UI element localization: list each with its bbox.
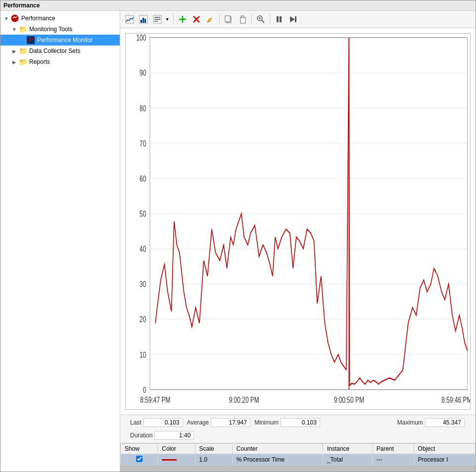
paste-button[interactable] (236, 13, 249, 26)
separator-2 (219, 14, 220, 25)
col-parent: Parent (372, 444, 414, 454)
color-line (162, 459, 190, 461)
zoom-button[interactable] (254, 13, 267, 26)
svg-rect-18 (240, 17, 245, 23)
scrollbar[interactable] (120, 466, 476, 472)
title-bar: Performance (0, 0, 476, 11)
svg-point-0 (11, 15, 18, 22)
sidebar-item-performance[interactable]: ▼ Performance (0, 13, 120, 24)
svg-rect-25 (280, 16, 282, 22)
svg-text:9:00:20 PM: 9:00:20 PM (229, 395, 259, 405)
minimum-stat: Minimum 0.103 (254, 418, 320, 427)
table-row[interactable]: 1.0 % Processor Time _Total --- Processo… (121, 454, 476, 466)
svg-text:0: 0 (143, 384, 146, 394)
view-histogram-button[interactable] (137, 13, 150, 26)
sidebar-item-reports[interactable]: ▶ 📁 Reports (0, 56, 120, 67)
pause-button[interactable] (273, 13, 286, 26)
expand-icon-dc: ▶ (10, 48, 18, 54)
svg-text:50: 50 (140, 209, 146, 219)
expand-icon-reports: ▶ (10, 59, 18, 65)
svg-text:80: 80 (140, 103, 146, 113)
right-panel: ▼ (120, 11, 476, 472)
col-instance: Instance (323, 444, 372, 454)
separator-4 (270, 14, 270, 25)
col-object: Object (414, 444, 475, 454)
maximum-stat: Maximum 45.347 (397, 418, 465, 427)
svg-text:8:59:46 PM: 8:59:46 PM (441, 395, 470, 405)
last-stat: Last 0.103 (130, 418, 183, 427)
sidebar-item-data-collector[interactable]: ▶ 📁 Data Collector Sets (0, 46, 120, 56)
sidebar-item-perf-monitor[interactable]: Performance Monitor (0, 35, 120, 46)
view-report-button[interactable] (151, 13, 164, 26)
average-value: 17.947 (211, 418, 250, 427)
svg-text:70: 70 (140, 138, 146, 148)
main-window: Performance ▼ Performance ▼ 📁 Monitoring (0, 0, 476, 472)
separator-3 (251, 14, 252, 25)
toolbar: ▼ (120, 11, 476, 28)
duration-stat: Duration 1:40 (130, 431, 194, 440)
svg-text:100: 100 (136, 34, 146, 43)
maximum-label: Maximum (397, 419, 423, 426)
performance-icon (10, 14, 19, 23)
svg-text:8:59:47 PM: 8:59:47 PM (140, 395, 170, 405)
svg-rect-24 (277, 16, 279, 22)
folder-icon-reports: 📁 (18, 57, 27, 66)
expand-icon: ▼ (2, 16, 10, 21)
view-report-dropdown[interactable]: ▼ (151, 13, 171, 26)
sidebar-item-reports-label: Reports (29, 58, 50, 65)
row-show[interactable] (121, 454, 158, 466)
col-counter: Counter (232, 444, 323, 454)
view-graph-button[interactable] (123, 13, 136, 26)
perfmon-icon (26, 36, 35, 45)
svg-rect-19 (241, 16, 244, 18)
row-object: Processor I (414, 454, 475, 466)
col-scale: Scale (195, 444, 232, 454)
next-button[interactable] (286, 13, 299, 26)
last-label: Last (130, 419, 142, 426)
chart-wrapper: 100 90 80 70 60 50 40 30 20 10 0 8:59:47… (125, 33, 471, 410)
duration-label: Duration (130, 432, 152, 439)
average-label: Average (187, 419, 209, 426)
window-title: Performance (3, 2, 40, 9)
stats-bar: Last 0.103 Average 17.947 Minimum 0.103 … (120, 415, 476, 443)
svg-text:20: 20 (140, 314, 146, 324)
svg-text:10: 10 (140, 349, 146, 359)
svg-text:90: 90 (140, 68, 146, 78)
sidebar-item-performance-label: Performance (21, 15, 55, 22)
svg-text:9:00:50 PM: 9:00:50 PM (334, 395, 364, 405)
view-dropdown-arrow[interactable]: ▼ (164, 13, 171, 26)
sidebar-item-dc-label: Data Collector Sets (29, 47, 80, 54)
row-instance: _Total (323, 454, 372, 466)
svg-marker-26 (290, 16, 295, 22)
folder-icon-dc: 📁 (18, 47, 27, 55)
performance-chart: 100 90 80 70 60 50 40 30 20 10 0 8:59:47… (126, 34, 470, 409)
color-swatch (162, 459, 177, 461)
chart-container: 100 90 80 70 60 50 40 30 20 10 0 8:59:47… (120, 28, 476, 415)
counter-table-container: Show Color Scale Counter Instance Parent… (120, 443, 476, 472)
highlight-button[interactable] (204, 13, 217, 26)
row-counter: % Processor Time (232, 454, 323, 466)
show-checkbox[interactable] (136, 456, 143, 462)
sidebar-item-monitoring-label: Monitoring Tools (29, 26, 72, 33)
col-color: Color (158, 444, 195, 454)
average-stat: Average 17.947 (187, 418, 250, 427)
counter-table: Show Color Scale Counter Instance Parent… (120, 443, 476, 466)
svg-rect-4 (141, 20, 142, 23)
maximum-value: 45.347 (425, 418, 465, 427)
row-color (158, 454, 195, 466)
folder-icon-monitoring: 📁 (18, 25, 27, 34)
copy-button[interactable] (222, 13, 235, 26)
svg-rect-27 (295, 16, 296, 22)
row-scale: 1.0 (195, 454, 232, 466)
svg-text:30: 30 (140, 279, 146, 289)
expand-icon-monitoring: ▼ (10, 27, 18, 32)
svg-line-21 (262, 20, 264, 23)
minimum-label: Minimum (254, 419, 279, 426)
col-show: Show (121, 444, 158, 454)
sidebar-item-monitoring-tools[interactable]: ▼ 📁 Monitoring Tools (0, 24, 120, 35)
svg-text:60: 60 (140, 174, 146, 184)
delete-counter-button[interactable] (190, 13, 203, 26)
row-parent: --- (372, 454, 414, 466)
sidebar-item-perfmon-label: Performance Monitor (37, 37, 93, 44)
add-counter-button[interactable] (176, 13, 189, 26)
